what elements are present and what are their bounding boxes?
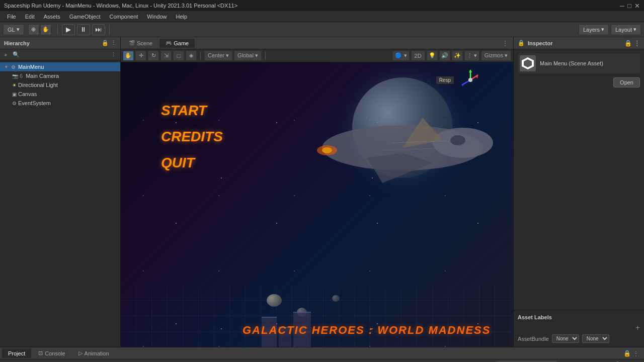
2d-btn[interactable]: 2D <box>411 51 425 61</box>
step-button[interactable]: ⏭ <box>92 24 105 35</box>
menu-assets[interactable]: Assets <box>40 13 64 21</box>
animation-tab[interactable]: ▷ Animation <box>72 348 115 358</box>
hierarchy-item-main-camera[interactable]: 📷 6 Main Camera <box>0 71 120 80</box>
asset-bundle-row: AssetBundle None None <box>518 334 640 343</box>
start-btn[interactable]: START <box>161 103 223 119</box>
gl-button[interactable]: GL ▾ <box>3 24 24 35</box>
svg-point-15 <box>468 78 472 82</box>
hierarchy-item-directional-light[interactable]: ☀ Directional Light <box>0 80 120 89</box>
game-title: GALACTIC HEROES : WORLD MADNESS <box>243 324 491 337</box>
game-tab-label: Game <box>174 40 189 46</box>
layout-label: Layout <box>615 27 632 33</box>
bottom-more-icon[interactable]: ⋮ <box>633 350 639 357</box>
hierarchy-add-btn[interactable]: + <box>2 51 9 58</box>
transform-tool[interactable]: ◈ <box>186 51 197 61</box>
window-controls[interactable]: ─ □ ✕ <box>620 2 640 10</box>
layers-dropdown[interactable]: Layers ▾ <box>579 24 609 35</box>
quit-btn[interactable]: QUIT <box>161 155 223 171</box>
hierarchy-item-eventsystem[interactable]: ⚙ EventSystem <box>0 99 120 108</box>
gizmos-btn[interactable]: Gizmos ▾ <box>481 51 511 61</box>
audio-btn[interactable]: 🔊 <box>439 51 450 61</box>
pause-button[interactable]: ⏸ <box>77 24 90 35</box>
play-button[interactable]: ▶ <box>62 24 75 35</box>
hierarchy-search-btn[interactable]: 🔍 <box>11 51 22 58</box>
game-preview: START CREDITS QUIT GALACTIC HEROES : WOR… <box>121 62 513 347</box>
scene-more-btn[interactable]: ⋮ ▾ <box>464 51 479 61</box>
bottom-tabs: Project ⊡ Console ▷ Animation 🔒 ⋮ <box>0 347 644 359</box>
inspector-panel: 🔒 Inspector 🔒 ⋮ Main Menu (Scene Asset) <box>513 37 644 347</box>
credits-btn[interactable]: CREDITS <box>161 129 223 145</box>
bottom-panel: Project ⊡ Console ▷ Animation 🔒 ⋮ + Asse… <box>0 347 644 362</box>
menu-edit[interactable]: Edit <box>21 13 39 21</box>
asset-bundle-select-1[interactable]: None <box>552 334 579 343</box>
scene-tab-label: Scene <box>137 40 152 46</box>
rect-tool[interactable]: □ <box>173 51 184 61</box>
hand-tool[interactable]: ✋ <box>123 51 134 61</box>
bottom-lock-icon[interactable]: 🔒 <box>623 350 631 357</box>
pivot-btn[interactable]: Center ▾ <box>204 51 232 61</box>
mainmenu-label: MainMenu <box>18 64 44 70</box>
hierarchy-lock-icon[interactable]: 🔒 <box>102 40 109 46</box>
sep2 <box>265 52 266 60</box>
game-tab[interactable]: 🎮 Game <box>159 39 195 48</box>
move-tool[interactable]: ✛ <box>135 51 146 61</box>
project-tab[interactable]: Project <box>2 348 31 358</box>
scene-tab[interactable]: 🎬 Scene <box>123 39 158 48</box>
project-tab-label: Project <box>8 350 25 356</box>
menu-window[interactable]: Window <box>143 13 171 21</box>
maximize-btn[interactable]: □ <box>627 2 631 10</box>
asset-name: Main Menu (Scene Asset) <box>540 60 603 66</box>
menu-gameobject[interactable]: GameObject <box>65 13 105 21</box>
layout-dropdown[interactable]: Layout ▾ <box>611 24 641 35</box>
menu-file[interactable]: File <box>3 13 20 21</box>
asset-bundle-select-2[interactable]: None <box>582 334 609 343</box>
global-btn[interactable]: Global ▾ <box>234 51 262 61</box>
hierarchy-title: Hierarchy <box>4 40 30 46</box>
gl-arrow: ▾ <box>17 26 20 33</box>
scene-panel-more[interactable]: ⋮ <box>499 40 511 47</box>
unity-icon-btn[interactable]: ⊕ <box>28 24 39 35</box>
light-btn[interactable]: 💡 <box>427 51 438 61</box>
console-tab-label: Console <box>45 350 65 356</box>
inspector-lock-btn[interactable]: 🔒 <box>624 40 632 47</box>
hierarchy-options-btn[interactable]: ⋮ <box>109 51 118 58</box>
inspector-header: 🔒 Inspector 🔒 ⋮ <box>514 37 644 49</box>
light-icon: ☀ <box>12 82 17 88</box>
close-btn[interactable]: ✕ <box>634 2 640 10</box>
layers-label: Layers <box>583 27 600 33</box>
hierarchy-item-canvas[interactable]: ▣ Canvas <box>0 89 120 99</box>
main-layout: Hierarchy 🔒 ⋮ + 🔍 ⋮ ▼ ⚙ MainMenu 📷 6 Ma <box>0 37 644 347</box>
spaceship-svg <box>292 93 503 203</box>
main-toolbar: GL ▾ ⊕ ✋ ▶ ⏸ ⏭ Layers ▾ Layout ▾ <box>0 22 644 37</box>
add-label-icon[interactable]: + <box>635 323 640 332</box>
rotate-tool[interactable]: ↻ <box>148 51 159 61</box>
open-button[interactable]: Open <box>613 77 640 87</box>
menubar: File Edit Assets GameObject Component Wi… <box>0 11 644 22</box>
title-text: Spaceship Run Udemy - MainMenu - Windows… <box>4 3 237 9</box>
menu-component[interactable]: Component <box>105 13 142 21</box>
fx-btn[interactable]: ✨ <box>452 51 463 61</box>
gizmo-area: Resp <box>436 67 483 93</box>
gl-label: GL <box>8 27 15 33</box>
svg-point-8 <box>450 135 465 145</box>
hand-tool-btn[interactable]: ✋ <box>40 24 51 35</box>
minimize-btn[interactable]: ─ <box>620 2 624 10</box>
asset-icon <box>520 55 536 71</box>
hierarchy-panel: Hierarchy 🔒 ⋮ + 🔍 ⋮ ▼ ⚙ MainMenu 📷 6 Ma <box>0 37 121 347</box>
grid-overlay <box>121 287 513 347</box>
camera-label: Main Camera <box>26 73 59 79</box>
console-tab-icon: ⊡ <box>38 350 43 356</box>
hierarchy-more-icon[interactable]: ⋮ <box>111 40 116 46</box>
shading-btn[interactable]: 🔵 ▾ <box>392 51 409 61</box>
game-view: START CREDITS QUIT GALACTIC HEROES : WOR… <box>121 62 513 347</box>
canvas-icon: ▣ <box>12 92 17 97</box>
inspector-icon: 🔒 <box>518 40 525 46</box>
hierarchy-item-mainmenu[interactable]: ▼ ⚙ MainMenu <box>0 62 120 71</box>
resp-button[interactable]: Resp <box>436 76 454 84</box>
scale-tool[interactable]: ⇲ <box>160 51 172 61</box>
console-tab[interactable]: ⊡ Console <box>32 348 71 358</box>
inspector-more-btn[interactable]: ⋮ <box>634 40 640 47</box>
menu-help[interactable]: Help <box>172 13 191 21</box>
game-icon: 🎮 <box>166 40 172 46</box>
asset-bundle-label: AssetBundle <box>518 336 549 342</box>
